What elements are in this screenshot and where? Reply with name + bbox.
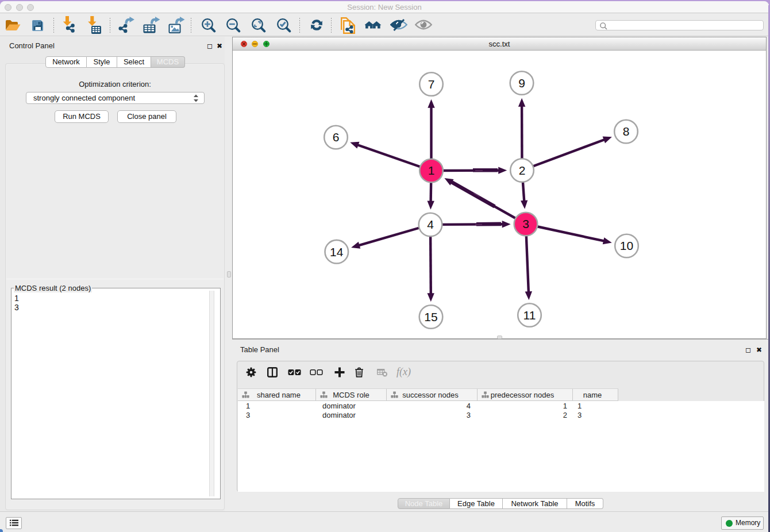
svg-text:2: 2 <box>519 164 526 177</box>
svg-text:3: 3 <box>522 217 529 230</box>
svg-text:4: 4 <box>427 218 434 231</box>
svg-text:8: 8 <box>623 125 630 138</box>
svg-text:9: 9 <box>518 76 525 90</box>
svg-text:1: 1 <box>428 164 435 177</box>
svg-text:6: 6 <box>333 130 340 144</box>
svg-text:7: 7 <box>428 78 435 91</box>
svg-text:15: 15 <box>424 310 437 323</box>
svg-text:14: 14 <box>330 245 344 259</box>
svg-text:11: 11 <box>523 309 536 322</box>
svg-text:10: 10 <box>620 239 633 252</box>
